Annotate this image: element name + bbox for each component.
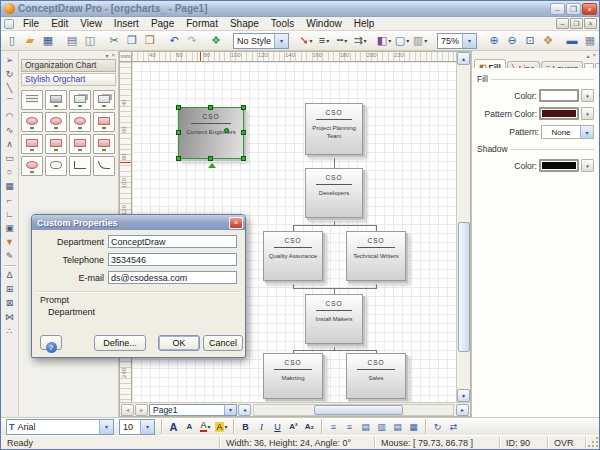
connector-line[interactable] [334, 218, 335, 225]
font-increase-icon[interactable]: A [166, 419, 181, 434]
line-weight-icon[interactable]: ≡▾ [315, 32, 333, 49]
page-dropdown-icon[interactable]: ▾ [224, 405, 236, 415]
font-decrease-icon[interactable]: A [182, 419, 197, 434]
selection-handle[interactable] [208, 156, 213, 161]
resize-grip[interactable] [586, 437, 599, 449]
valign-middle-icon[interactable]: ▥ [374, 419, 389, 434]
stamp-tool[interactable]: ▼ [2, 235, 17, 249]
connector-line[interactable] [293, 281, 294, 288]
restore-button[interactable]: ❐ [566, 3, 581, 15]
shape-thumb-box-note2[interactable] [93, 90, 115, 110]
selection-handle[interactable] [241, 130, 246, 135]
zoom-combo[interactable]: 75%▾ [437, 33, 477, 49]
shape-thumb-elbow[interactable] [69, 156, 91, 176]
scroll-down-button[interactable]: ▾ [457, 389, 470, 402]
align-left-icon[interactable]: ≡ [326, 419, 341, 434]
font-color-icon[interactable]: A▾ [198, 419, 213, 434]
shape-thumb-rect1[interactable] [93, 112, 115, 132]
scroll-up-button[interactable]: ▴ [457, 52, 470, 65]
node-project-planning-team[interactable]: CSOProject Planning Team [305, 103, 363, 155]
zoom-region-icon[interactable]: ⊡ [521, 32, 539, 49]
smart-connector-tool[interactable]: ∟ [2, 207, 17, 221]
paste-icon[interactable]: ❒ [141, 32, 159, 49]
selection-handle[interactable] [208, 105, 213, 110]
child-minimize-button[interactable]: – [556, 18, 569, 29]
rectangle-tool[interactable]: ▭ [2, 151, 17, 165]
arrowheads-icon[interactable]: ⇉▾ [351, 32, 369, 49]
underline-icon[interactable]: U [270, 419, 285, 434]
horizontal-scrollbar[interactable] [253, 404, 454, 416]
shape-thumb-rect2[interactable] [21, 134, 43, 154]
selection-handle[interactable] [241, 105, 246, 110]
shape-thumb-rect5[interactable] [93, 134, 115, 154]
subscript-icon[interactable]: A₂ [302, 419, 317, 434]
connector-line[interactable] [293, 288, 377, 289]
dialog-close-icon[interactable]: × [229, 217, 243, 229]
menu-tools[interactable]: Tools [265, 17, 300, 30]
panel-pin-icon[interactable]: ▾ [105, 52, 108, 59]
zoom-in-icon[interactable]: ⊕ [485, 32, 503, 49]
select-tool[interactable]: ➢ [2, 53, 17, 67]
department-field[interactable] [108, 235, 237, 248]
dash-style-icon[interactable]: ╍▾ [333, 32, 351, 49]
page-selector[interactable]: Page1 ▾ [149, 404, 237, 416]
connect-shapes-tool[interactable]: ∆ [2, 268, 17, 282]
selection-handle[interactable] [241, 156, 246, 161]
connector-line[interactable] [376, 281, 377, 288]
new-icon[interactable]: ▯ [3, 32, 21, 49]
ellipse-tool[interactable]: ○ [2, 165, 17, 179]
fill-color-dropdown-icon[interactable]: ▾ [581, 89, 594, 102]
ok-button[interactable]: OK [158, 335, 200, 351]
pattern-selector[interactable]: None ▾ [541, 125, 594, 139]
save-icon[interactable]: ▦ [39, 32, 57, 49]
curve-tool[interactable]: ⌒ [2, 95, 17, 109]
font-selector[interactable]: T Arial ▾ [6, 419, 114, 435]
panel-close-icon[interactable]: × [111, 52, 115, 58]
direction-handle[interactable] [208, 163, 216, 168]
font-size-selector[interactable]: 10 ▾ [119, 419, 155, 435]
arc-tool[interactable]: ◠ [2, 109, 17, 123]
shape-thumb-ellipse4[interactable] [21, 156, 43, 176]
rotate-text-icon[interactable]: ↻ [430, 419, 445, 434]
text-tool[interactable]: ▣ [2, 221, 17, 235]
vertical-scroll-thumb[interactable] [458, 222, 470, 352]
selection-handle[interactable] [176, 105, 181, 110]
shape-thumb-box-note[interactable] [69, 90, 91, 110]
shape-style-icon[interactable]: ▢▾ [393, 32, 411, 49]
library-subtitle[interactable]: Stylish Orgchart [21, 73, 116, 86]
menu-help[interactable]: Help [348, 17, 381, 30]
cut-icon[interactable]: ✂ [105, 32, 123, 49]
shadow-style-icon[interactable]: ▥▾ [411, 32, 429, 49]
shape-thumb-loop[interactable] [45, 156, 67, 176]
print-preview-icon[interactable]: ◫ [81, 32, 99, 49]
node-technical-writers[interactable]: CSOTechnical Writers [346, 231, 406, 281]
fill-style-icon[interactable]: ◧▾ [375, 32, 393, 49]
cancel-button[interactable]: Cancel [203, 335, 243, 351]
zoom-out-icon[interactable]: ⊖ [503, 32, 521, 49]
library-icon[interactable]: ❖ [207, 32, 225, 49]
rotate-tool[interactable]: ↻ [2, 67, 17, 81]
scroll-left-button[interactable]: ◂ [238, 404, 251, 416]
align-center-icon[interactable]: ≡ [342, 419, 357, 434]
shape-thumb-rect4[interactable] [69, 134, 91, 154]
presentation-view-icon[interactable]: ▬ [563, 32, 581, 49]
library-title[interactable]: Organization Chart [21, 59, 116, 72]
table-tool[interactable]: ▦ [2, 179, 17, 193]
menu-format[interactable]: Format [180, 17, 224, 30]
menu-view[interactable]: View [74, 17, 108, 30]
tree-connector-tool[interactable]: ⊞ [2, 282, 17, 296]
superscript-icon[interactable]: A² [286, 419, 301, 434]
selection-handle[interactable] [176, 130, 181, 135]
shadow-color-dropdown-icon[interactable]: ▾ [581, 159, 594, 172]
fill-color-swatch[interactable] [539, 89, 579, 102]
print-icon[interactable]: ▤ [63, 32, 81, 49]
next-page-button[interactable]: ▸ [135, 404, 148, 416]
pattern-color-swatch[interactable] [539, 107, 579, 120]
help-button[interactable]: ? [40, 335, 62, 350]
pencil-tool[interactable]: ✎ [2, 249, 17, 263]
menu-shape[interactable]: Shape [224, 17, 265, 30]
menu-edit[interactable]: Edit [45, 17, 74, 30]
shadow-color-swatch[interactable] [539, 159, 579, 172]
connector-tool[interactable]: ⌐ [2, 193, 17, 207]
chain-connector-tool[interactable]: ⊠ [2, 296, 17, 310]
